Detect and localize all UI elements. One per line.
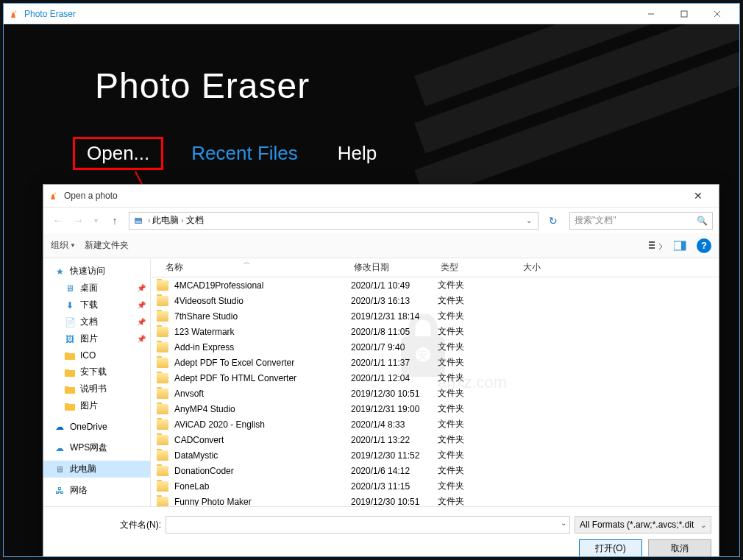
cancel-button[interactable]: 取消 bbox=[648, 539, 711, 556]
maximize-button[interactable] bbox=[667, 4, 700, 24]
nav-up-button[interactable]: ↑ bbox=[107, 213, 123, 229]
pin-icon: 📌 bbox=[137, 335, 146, 343]
breadcrumb[interactable]: › 此电脑 › 文档 ⌄ bbox=[129, 212, 538, 230]
nav-recent-button[interactable]: ▾ bbox=[90, 212, 101, 230]
file-row[interactable]: 4MCAD19Professional2020/1/1 10:49文件夹 bbox=[151, 277, 719, 293]
file-row[interactable]: CADConvert2020/1/1 13:22文件夹 bbox=[151, 432, 719, 447]
dialog-titlebar[interactable]: Open a photo ✕ bbox=[43, 185, 719, 207]
file-row[interactable]: DonationCoder2020/1/6 14:12文件夹 bbox=[151, 463, 719, 478]
file-row[interactable]: Adept PDF To HTML Converter2020/1/1 12:0… bbox=[151, 370, 719, 386]
sidebar-item[interactable]: 安下载 bbox=[43, 364, 150, 380]
open-file-dialog: Open a photo ✕ ← → ▾ ↑ › 此电脑 › 文档 ⌄ ↻ 搜索 bbox=[43, 184, 719, 556]
dialog-footer: 文件名(N): ⌄ All Formats (*.arw;*.avcs;*.di… bbox=[43, 506, 719, 556]
chevron-down-icon[interactable]: ⌄ bbox=[561, 519, 566, 527]
sidebar-item[interactable]: 🖼图片📌 bbox=[43, 330, 150, 347]
new-folder-button[interactable]: 新建文件夹 bbox=[85, 239, 129, 252]
folder-icon bbox=[157, 311, 168, 322]
file-row[interactable]: AViCAD 2020 - English2020/1/4 8:33文件夹 bbox=[151, 417, 719, 432]
docs-icon: 📄 bbox=[64, 316, 76, 328]
chevron-right-icon: › bbox=[148, 216, 150, 224]
sidebar-this-pc[interactable]: 🖥此电脑 bbox=[43, 461, 150, 478]
menu-recent[interactable]: Recent Files bbox=[179, 139, 310, 168]
col-type[interactable]: 类型 bbox=[432, 261, 514, 274]
dialog-close-button[interactable]: ✕ bbox=[683, 185, 713, 207]
file-row[interactable]: FoneLab2020/1/3 11:15文件夹 bbox=[151, 478, 719, 494]
filename-input[interactable]: ⌄ bbox=[166, 516, 570, 534]
filename-label: 文件名(N): bbox=[51, 519, 161, 531]
folder-icon bbox=[64, 383, 76, 395]
dialog-nav: ← → ▾ ↑ › 此电脑 › 文档 ⌄ ↻ 搜索"文档" 🔍 bbox=[43, 207, 719, 233]
file-row[interactable]: 4Videosoft Studio2020/1/3 16:13文件夹 bbox=[151, 293, 719, 308]
pc-icon: 🖥 bbox=[54, 464, 65, 475]
sidebar-item[interactable]: ICO bbox=[43, 347, 150, 364]
minimize-button[interactable] bbox=[634, 4, 667, 24]
folder-icon bbox=[64, 366, 76, 378]
organize-button[interactable]: 组织▼ bbox=[51, 239, 76, 252]
file-row[interactable]: Adept PDF To Excel Converter2020/1/1 11:… bbox=[151, 355, 719, 370]
folder-icon bbox=[157, 358, 168, 368]
main-title: Photo Eraser bbox=[95, 65, 310, 106]
file-row[interactable]: 7thShare Studio2019/12/31 18:14文件夹 bbox=[151, 308, 719, 324]
folder-icon bbox=[157, 389, 168, 399]
nav-forward-button[interactable]: → bbox=[70, 212, 88, 230]
pics-icon: 🖼 bbox=[64, 333, 76, 345]
file-row[interactable]: Funny Photo Maker2019/12/30 10:51文件夹 bbox=[151, 494, 719, 506]
breadcrumb-root[interactable]: 此电脑 bbox=[152, 214, 179, 227]
filter-select[interactable]: All Formats (*.arw;*.avcs;*.dit⌄ bbox=[575, 516, 711, 534]
folder-icon bbox=[157, 481, 168, 492]
folder-icon bbox=[157, 497, 168, 507]
sidebar-item[interactable]: 说明书 bbox=[43, 380, 150, 397]
file-row[interactable]: AnyMP4 Studio2019/12/31 19:00文件夹 bbox=[151, 401, 719, 417]
col-date[interactable]: 修改日期 bbox=[345, 261, 432, 274]
preview-pane-button[interactable] bbox=[670, 238, 691, 254]
folder-icon bbox=[64, 400, 76, 412]
menu-help[interactable]: Help bbox=[326, 139, 388, 168]
download-icon: ⬇ bbox=[64, 300, 76, 311]
network-icon: 🖧 bbox=[54, 485, 65, 497]
folder-icon bbox=[64, 350, 76, 361]
nav-back-button[interactable]: ← bbox=[49, 212, 67, 230]
folder-icon bbox=[157, 327, 168, 337]
pin-icon: 📌 bbox=[137, 318, 146, 326]
folder-icon bbox=[157, 373, 168, 383]
col-size[interactable]: 大小 bbox=[514, 261, 719, 274]
view-mode-button[interactable] bbox=[647, 238, 667, 254]
sidebar-item[interactable]: 📄文档📌 bbox=[43, 313, 150, 330]
chevron-right-icon: › bbox=[181, 216, 183, 224]
sidebar-wps[interactable]: ☁WPS网盘 bbox=[43, 439, 150, 456]
dialog-content: ★ 快速访问 🖥桌面📌⬇下载📌📄文档📌🖼图片📌ICO安下载说明书图片 ☁OneD… bbox=[43, 258, 719, 506]
refresh-button[interactable]: ↻ bbox=[544, 212, 562, 230]
folder-icon bbox=[157, 404, 168, 414]
dialog-title-text: Open a photo bbox=[64, 191, 683, 201]
sidebar-quick-access[interactable]: ★ 快速访问 bbox=[43, 263, 150, 280]
file-list: ︿ 名称 修改日期 类型 大小 安anxz.com 4MCAD19Profess… bbox=[151, 258, 719, 506]
list-body[interactable]: 安anxz.com 4MCAD19Professional2020/1/1 10… bbox=[151, 277, 719, 506]
breadcrumb-drop-icon[interactable]: ⌄ bbox=[523, 216, 535, 224]
search-placeholder: 搜索"文档" bbox=[575, 214, 616, 227]
dialog-icon bbox=[49, 191, 60, 201]
folder-icon bbox=[157, 342, 168, 352]
sidebar-item[interactable]: 🖥桌面📌 bbox=[43, 280, 150, 297]
onedrive-icon: ☁ bbox=[54, 421, 65, 433]
menu-open[interactable]: Open... bbox=[73, 137, 163, 170]
open-button[interactable]: 打开(O) bbox=[579, 539, 642, 556]
close-button[interactable] bbox=[700, 4, 733, 24]
sidebar-item[interactable]: ⬇下载📌 bbox=[43, 297, 150, 313]
app-title-text: Photo Eraser bbox=[24, 9, 634, 19]
svg-rect-1 bbox=[681, 11, 687, 17]
search-input[interactable]: 搜索"文档" 🔍 bbox=[569, 212, 713, 230]
breadcrumb-current[interactable]: 文档 bbox=[186, 214, 204, 227]
folder-icon bbox=[157, 435, 168, 445]
sidebar-item[interactable]: 图片 bbox=[43, 397, 150, 414]
sidebar-network[interactable]: 🖧网络 bbox=[43, 482, 150, 499]
help-icon[interactable]: ? bbox=[697, 238, 711, 253]
titlebar[interactable]: Photo Eraser bbox=[4, 4, 739, 24]
file-row[interactable]: Anvsoft2019/12/30 10:51文件夹 bbox=[151, 386, 719, 401]
file-row[interactable]: 123 Watermark2020/1/8 11:05文件夹 bbox=[151, 324, 719, 339]
file-row[interactable]: Add-in Express2020/1/7 9:40文件夹 bbox=[151, 339, 719, 355]
file-row[interactable]: DataMystic2019/12/30 11:52文件夹 bbox=[151, 447, 719, 463]
list-header[interactable]: ︿ 名称 修改日期 类型 大小 bbox=[151, 258, 719, 277]
folder-icon bbox=[157, 450, 168, 461]
folder-icon bbox=[157, 280, 168, 291]
sidebar-onedrive[interactable]: ☁OneDrive bbox=[43, 419, 150, 435]
